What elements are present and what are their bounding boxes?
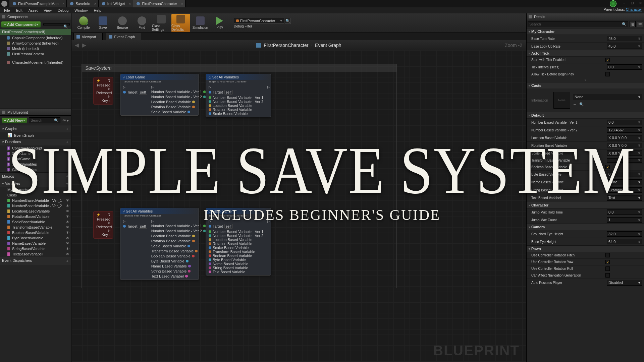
asset-slot[interactable]: None [553, 92, 570, 109]
pin[interactable]: Rotation Based Variable [151, 105, 206, 109]
eye-icon[interactable]: 👁 [64, 225, 69, 229]
top-tab[interactable]: FirstPersonExampleMap× [9, 0, 67, 7]
graph-canvas[interactable]: SaveSystem ⚡R Pressed ▷ Released ▷ Key ○… [71, 50, 526, 362]
components-header[interactable]: Components [0, 13, 71, 20]
select[interactable]: Disabled▾ [607, 280, 642, 286]
details-category[interactable]: ▿Actor Tick [527, 50, 644, 56]
filter-icon[interactable]: ▸ [66, 118, 70, 123]
toolbar-browse[interactable]: Browse [113, 14, 132, 32]
number-input[interactable]: X 0.0 Y 0.0⇅ [607, 150, 642, 156]
toolbar-find[interactable]: Find [132, 14, 151, 32]
eye-icon[interactable]: 👁 [61, 118, 66, 122]
menu-item[interactable]: Help [91, 8, 104, 13]
pin[interactable]: Scale Based Variable [151, 110, 206, 114]
checkbox[interactable] [605, 253, 610, 257]
number-input[interactable]: 0.0⇅ [607, 209, 642, 215]
node-save-game[interactable]: ◇ Save Game Target is First Person Chara… [206, 208, 271, 276]
toolbar-simulation[interactable]: Simulation [191, 14, 210, 32]
find-icon[interactable]: 🔍 [285, 18, 291, 24]
function-item[interactable]: ⨍ConstructionScript [0, 145, 71, 151]
select[interactable]: None▾ [573, 94, 642, 100]
node-set-all[interactable]: ◇ Set All Variables Target is First Pers… [206, 74, 271, 117]
function-item[interactable]: ⨍GetAllVariables [0, 167, 71, 172]
function-item[interactable]: ⨍LoadGame [0, 156, 71, 162]
close-icon[interactable]: × [94, 2, 96, 6]
search-icon[interactable]: 🔍 [579, 102, 584, 107]
pin[interactable]: Name Based Variable [151, 264, 206, 268]
pin[interactable]: Location Based Variable [151, 234, 206, 238]
component-item[interactable]: Mesh (Inherited) [0, 46, 71, 51]
expand-icon[interactable]: ▿ [527, 77, 644, 82]
component-item[interactable]: FirstPersonCamera [0, 51, 71, 57]
checkbox[interactable] [605, 72, 610, 76]
pin[interactable]: Transform Based Variable [209, 250, 263, 254]
plus-icon[interactable]: ＋ [65, 174, 69, 179]
component-item[interactable]: CapsuleComponent (Inherited) [0, 35, 71, 41]
component-search-input[interactable]: 🔍 [43, 23, 70, 25]
pin[interactable]: ▷ [151, 85, 206, 89]
back-icon[interactable]: ← [573, 102, 577, 107]
matrix-icon[interactable]: ⊞ [630, 21, 636, 27]
debug-filter-select[interactable]: FirstPersonCharacter▾ [234, 18, 284, 24]
blueprint-search-input[interactable]: Search🔍 [29, 117, 60, 123]
function-item[interactable]: ⨍SaveGame [0, 151, 71, 156]
number-input[interactable]: 123.4567⇅ [607, 127, 642, 133]
number-input[interactable]: 1⇅ [607, 217, 642, 223]
checkbox[interactable]: ✔ [605, 58, 610, 62]
pin[interactable]: Scale Based Variable [209, 112, 263, 116]
minimize-icon[interactable]: − [622, 1, 627, 5]
close-icon[interactable]: × [129, 2, 131, 6]
function-item[interactable]: ⨍SetAllVariables [0, 162, 71, 167]
pin[interactable]: Rotation Based Variable [209, 242, 263, 246]
pin[interactable]: String Based Variable [151, 269, 206, 273]
component-root[interactable]: FirstPersonCharacter(self) [0, 29, 71, 35]
eye-icon[interactable]: 👁 [64, 247, 69, 251]
menu-item[interactable]: Asset [26, 8, 41, 13]
close-icon[interactable]: × [62, 2, 64, 6]
pin[interactable]: Scale Based Variable [151, 244, 206, 248]
variables-section[interactable]: ▿ Variables＋ [0, 180, 71, 187]
pin[interactable]: String Based Variable [209, 266, 263, 270]
number-input[interactable]: 32.0⇅ [607, 231, 642, 237]
eye-icon[interactable]: 👁 [64, 236, 69, 240]
pin[interactable]: Byte Based Variable [209, 258, 263, 262]
pin[interactable]: Number Based Variable - Ver 2 [151, 95, 206, 99]
eye-icon[interactable]: 👁 [64, 204, 69, 208]
parent-class-link[interactable]: Character [626, 7, 642, 11]
variable-item[interactable]: RotationBasedVariable👁 [0, 214, 71, 219]
top-tab[interactable]: InfoWidget× [99, 0, 133, 7]
maximize-icon[interactable]: □ [630, 1, 635, 5]
top-tab[interactable]: FirstPersonCharacter× [133, 0, 185, 7]
variable-item[interactable]: StringBasedVariable👁 [0, 246, 71, 251]
pin[interactable]: Number Based Variable - Ver 1 [151, 90, 206, 94]
pin[interactable]: Transform Based Variable [151, 249, 206, 253]
number-input[interactable]: 0.0⇅ [607, 64, 642, 70]
variable-item[interactable]: TransformBasedVariable👁 [0, 225, 71, 230]
pin[interactable]: Scake Based Variable [209, 246, 263, 250]
nav-back-icon[interactable]: ◀ [75, 42, 79, 48]
pin[interactable]: Number Based Variable - Ver 1 [209, 230, 263, 234]
var-group[interactable]: Casts [0, 192, 71, 198]
plus-icon[interactable]: ＋ [65, 126, 69, 131]
pin[interactable]: Location Based Variable [151, 100, 206, 104]
close-icon[interactable]: × [181, 2, 183, 6]
variable-item[interactable]: NameBasedVariable👁 [0, 241, 71, 246]
graph-item[interactable]: 📊EventGraph [0, 132, 71, 138]
macros-section[interactable]: Macros＋ [0, 172, 71, 180]
plus-icon[interactable]: ＋ [65, 139, 69, 144]
number-input[interactable]: ⇅ [607, 158, 642, 163]
pin[interactable]: Rotation Based Variable [209, 108, 263, 112]
node-load-game[interactable]: ⨍ Load Game Target is First Person Chara… [120, 74, 199, 116]
toolbar-compile[interactable]: Compile [74, 14, 93, 32]
pin[interactable]: Byte Based Variable [151, 259, 206, 263]
component-item[interactable]: ArrowComponent (Inherited) [0, 41, 71, 46]
variable-item[interactable]: LocationBasedVariable👁 [0, 208, 71, 214]
eye-icon[interactable]: 👁 [64, 198, 69, 202]
details-category[interactable]: ▿Character [527, 202, 644, 208]
pin[interactable]: Number Based Variable - Ver 2 [151, 229, 206, 233]
number-input[interactable]: Example⇅ [607, 187, 642, 193]
plus-icon[interactable]: ＋ [65, 258, 69, 263]
eye-icon[interactable]: 👁 [64, 241, 69, 245]
functions-section[interactable]: ▿ Functions＋ [0, 138, 71, 145]
event-node[interactable]: ⚡R Pressed ▷ Released ▷ Key ○ [93, 211, 113, 239]
